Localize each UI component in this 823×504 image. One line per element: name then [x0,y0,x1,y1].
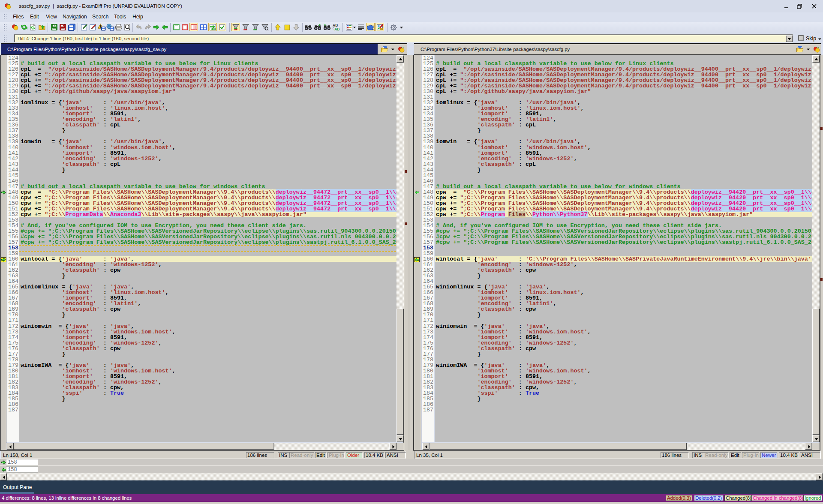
svg-text:AB: AB [334,27,339,31]
